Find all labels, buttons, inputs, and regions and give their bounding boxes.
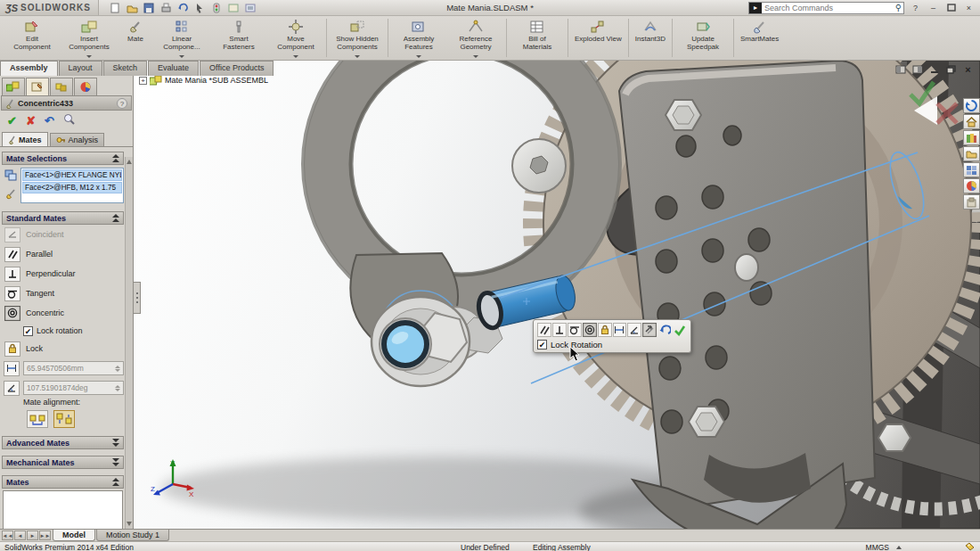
tab-mates[interactable]: Mates [2,132,48,146]
selection-item[interactable]: Face<1>@HEX FLANGE NYL [22,169,122,181]
design-library-icon[interactable] [963,130,980,145]
configuration-manager-tab-icon[interactable] [50,78,73,95]
standard-mates-header[interactable]: Standard Mates [2,211,124,225]
mate-selections-header[interactable]: Mate Selections [2,152,124,165]
tile-right-icon[interactable] [911,63,924,75]
tree-expand-icon[interactable]: + [139,77,147,85]
accept-check-icon[interactable] [911,82,934,103]
undo-icon[interactable] [176,1,191,14]
help-icon[interactable]: ? [908,2,923,13]
expand-icon[interactable] [112,439,119,447]
smartmates-button[interactable]: SmartMates [736,16,783,60]
close-button[interactable]: × [961,2,976,13]
linear-pattern-button[interactable]: Linear Compone... [153,16,210,60]
feature-tree-tab-icon[interactable] [2,78,25,95]
file-explorer-icon[interactable] [963,146,980,161]
tangent-mate-row[interactable]: Tangent [2,284,124,303]
mate-selection-list[interactable]: Face<1>@HEX FLANGE NYL Face<2>@HFB, M12 … [20,168,124,203]
hex-bolt-top[interactable] [666,100,701,130]
tab-analysis[interactable]: Analysis [50,133,105,146]
expand-icon[interactable] [112,458,119,466]
insert-components-button[interactable]: Insert Components [61,16,118,60]
custom-properties-icon[interactable] [963,194,980,210]
custom-properties-tag-icon[interactable] [965,542,975,551]
exploded-view-button[interactable]: Exploded View [570,16,626,60]
move-component-button[interactable]: Move Component [267,16,324,60]
search-flyout-icon[interactable]: ▸ [749,3,762,13]
update-speedpak-button[interactable]: Update Speedpak [674,16,731,60]
first-tab-icon[interactable]: ◄◄ [2,530,13,540]
units-selector[interactable]: MMGS [866,543,902,551]
mates-list-box[interactable] [3,490,123,529]
lock-mate-row[interactable]: Lock [2,339,124,358]
anti-aligned-button[interactable] [53,410,75,428]
panel-scrollbar[interactable] [125,157,133,529]
smart-fasteners-button[interactable]: Smart Fasteners [210,16,267,60]
next-tab-icon[interactable]: ► [27,530,38,540]
lock-rotation-row[interactable]: ✔ Lock rotation [2,323,124,339]
show-hidden-components-button[interactable]: Show Hidden Components [329,16,386,60]
tab-evaluate[interactable]: Evaluate [148,61,199,76]
accept-icon[interactable] [673,323,687,337]
flip-alignment-icon[interactable] [642,323,657,337]
bill-of-materials-button[interactable]: Bill of Materials [509,16,566,60]
hex-bolt-right[interactable] [878,424,911,451]
view-palette-icon[interactable] [963,162,980,177]
collapse-icon[interactable] [112,154,119,162]
print-icon[interactable] [159,1,174,14]
assembly-model[interactable] [134,61,980,529]
doc-minimize-icon[interactable] [927,63,941,75]
pushpin-magnifier-icon[interactable] [63,113,75,127]
design-library-home-icon[interactable] [963,114,980,129]
scroll-up-icon[interactable] [127,158,132,164]
doc-close-icon[interactable]: × [961,63,975,75]
undo-icon[interactable] [657,323,672,337]
mechanical-mates-header[interactable]: Mechanical Mates [2,456,124,469]
instant3d-button[interactable]: Instant3D [631,16,670,60]
minimize-button[interactable]: – [926,2,941,13]
chevron-down-icon[interactable] [473,55,478,58]
restore-button[interactable] [943,2,959,13]
lock-icon[interactable] [598,323,612,337]
search-icon[interactable]: ⚲︎ [895,3,903,12]
units-dropdown-icon[interactable] [896,546,902,549]
assembly-features-button[interactable]: Assembly Features [390,16,447,60]
hex-bolt-mid[interactable] [735,254,758,281]
edit-component-button[interactable]: Edit Component [4,16,61,60]
dimxpert-manager-tab-icon[interactable] [74,78,97,95]
collapse-icon[interactable] [112,214,119,222]
parallel-mate-row[interactable]: Parallel [2,244,124,264]
flyout-feature-tree[interactable]: + Mate Mania *SUB ASSEMBL [139,75,268,86]
concentric-mate-row[interactable]: Concentric [2,303,124,323]
new-icon[interactable] [108,1,123,14]
selection-item[interactable]: Face<2>@HFB, M12 x 1.75 [22,182,122,193]
collapse-icon[interactable] [112,478,119,486]
advanced-mates-header[interactable]: Advanced Mates [2,436,124,449]
tab-sketch[interactable]: Sketch [103,61,148,76]
appearances-icon[interactable] [963,178,980,193]
concentric-icon[interactable] [583,323,597,337]
chevron-down-icon[interactable] [355,55,360,58]
cancel-button[interactable]: ✘ [26,114,36,127]
perpendicular-mate-row[interactable]: Perpendicular [2,264,124,284]
tab-office-products[interactable]: Office Products [200,61,274,76]
aligned-button[interactable] [27,410,48,428]
tile-left-icon[interactable] [894,63,907,75]
options-icon[interactable] [243,1,258,14]
select-icon[interactable] [192,1,208,14]
parallel-icon[interactable] [537,323,551,337]
property-manager-tab-icon[interactable] [26,78,49,95]
mates-list-header[interactable]: Mates [2,475,124,489]
tangent-icon[interactable] [568,323,582,337]
cancel-x-icon[interactable] [937,103,957,123]
tab-model[interactable]: Model [53,530,95,541]
ok-button[interactable]: ✔ [7,114,17,127]
sw-resources-icon[interactable] [963,98,980,113]
tab-assembly[interactable]: Assembly [0,61,58,76]
chevron-down-icon[interactable] [293,55,298,58]
angle-icon[interactable] [627,323,641,337]
undo-button[interactable]: ↶ [45,114,54,127]
save-icon[interactable] [142,1,157,14]
help-icon[interactable]: ? [117,98,127,109]
selected-nut-face[interactable] [384,323,427,366]
